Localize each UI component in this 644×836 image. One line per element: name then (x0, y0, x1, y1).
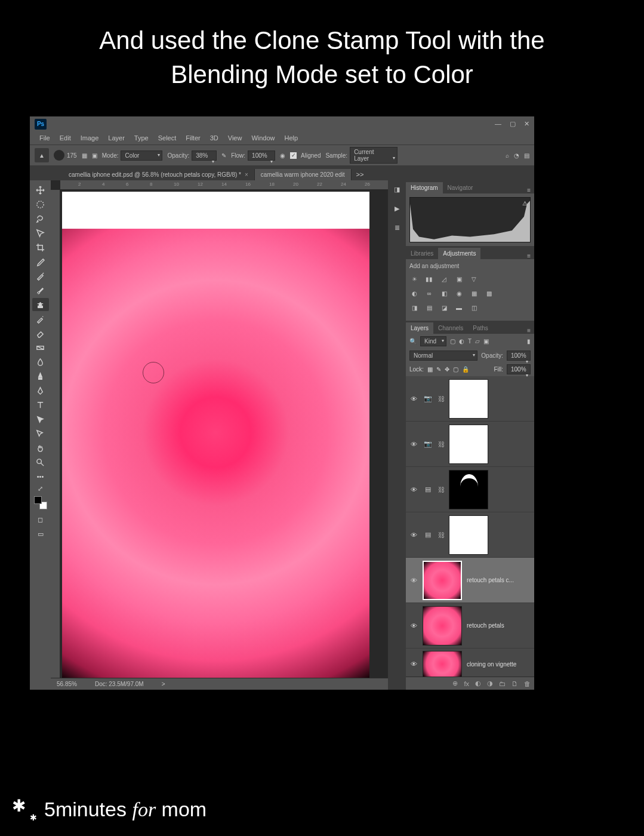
pressure-opacity-icon[interactable]: ✎ (221, 152, 226, 159)
filter-pixel-icon[interactable]: ▢ (450, 338, 455, 345)
menu-help[interactable]: Help (281, 133, 302, 143)
blend-mode-dropdown[interactable]: Normal (409, 351, 477, 361)
menu-select[interactable]: Select (155, 133, 180, 143)
menu-type[interactable]: Type (131, 133, 152, 143)
layer-thumbnail[interactable] (423, 606, 462, 646)
visibility-toggle[interactable]: 👁 (409, 395, 418, 402)
layer-name[interactable]: retouch petals c... (467, 577, 531, 583)
pen-tool[interactable] (32, 384, 49, 397)
gradient-map-icon[interactable]: ▬ (454, 303, 464, 312)
dodge-tool[interactable] (32, 370, 49, 383)
exposure-icon[interactable]: ▣ (454, 274, 464, 284)
add-mask-icon[interactable]: ◐ (475, 680, 481, 687)
fill-input[interactable]: 100% (507, 364, 531, 374)
marquee-tool[interactable] (32, 198, 49, 211)
visibility-toggle[interactable]: 👁 (409, 577, 418, 584)
eraser-tool[interactable] (32, 327, 49, 340)
edit-toolbar[interactable]: ••• (32, 470, 49, 483)
tablet-options-icon[interactable]: ▤ (524, 152, 529, 159)
zoom-level[interactable]: 56.85% (57, 681, 77, 687)
type-tool[interactable] (32, 398, 49, 411)
minimize-button[interactable]: — (495, 120, 501, 128)
swap-colors-icon[interactable]: ⤢ (32, 484, 49, 493)
adjustments-tab[interactable]: Adjustments (438, 248, 480, 259)
timeline-icon[interactable]: ≣ (392, 222, 402, 233)
layer-row-selected[interactable]: 👁 retouch petals c... (406, 558, 534, 603)
panel-menu-icon[interactable]: ≡ (523, 253, 534, 259)
ignore-adjustment-icon[interactable]: ⌕ (506, 152, 509, 159)
path-select-tool[interactable] (32, 413, 49, 426)
layer-name[interactable]: cloning on vignette (467, 661, 531, 668)
foreground-background-colors[interactable] (32, 494, 49, 512)
healing-brush-tool[interactable] (32, 269, 49, 282)
brush-preset[interactable]: 175 (54, 150, 77, 161)
fx-icon[interactable]: fx (464, 680, 469, 687)
invert-icon[interactable]: ◨ (409, 303, 419, 312)
layer-thumbnail[interactable] (449, 425, 488, 464)
histogram-warning-icon[interactable]: ⚠ (522, 200, 528, 207)
filter-toggle[interactable]: ▮ (527, 338, 531, 345)
visibility-toggle[interactable]: 👁 (409, 486, 418, 493)
visibility-toggle[interactable]: 👁 (409, 531, 418, 539)
brush-panel-toggle-icon[interactable]: ▦ (82, 152, 87, 159)
filter-smart-icon[interactable]: ▣ (483, 338, 489, 345)
layer-mask-thumbnail[interactable] (449, 515, 488, 555)
lock-artboard-icon[interactable]: ▢ (453, 366, 458, 373)
close-tab-icon[interactable]: × (245, 171, 248, 178)
mode-dropdown[interactable]: Color (121, 150, 162, 161)
layer-thumbnail[interactable] (423, 651, 462, 677)
libraries-tab[interactable]: Libraries (406, 248, 438, 259)
lock-paint-icon[interactable]: ✎ (436, 366, 441, 373)
filter-shape-icon[interactable]: ▱ (475, 338, 480, 345)
layer-row[interactable]: 👁 📷 ⛓ (406, 422, 534, 467)
close-button[interactable]: ✕ (524, 120, 529, 128)
curves-icon[interactable]: ◿ (439, 274, 449, 284)
opacity-input[interactable]: 38% (192, 150, 217, 161)
quick-mask-icon[interactable]: ◻ (32, 513, 49, 526)
history-brush-tool[interactable] (32, 312, 49, 325)
menu-edit[interactable]: Edit (56, 133, 75, 143)
menu-3d[interactable]: 3D (207, 133, 222, 143)
posterize-icon[interactable]: ▤ (424, 303, 434, 312)
panel-menu-icon[interactable]: ≡ (523, 327, 534, 334)
aligned-checkbox[interactable]: ✓Aligned (290, 152, 321, 159)
brightness-icon[interactable]: ☀ (409, 274, 419, 284)
filter-adjust-icon[interactable]: ◐ (459, 338, 464, 345)
pressure-size-icon[interactable]: ◔ (514, 152, 519, 159)
bw-icon[interactable]: ◧ (439, 288, 449, 298)
hue-icon[interactable]: ◐ (409, 288, 419, 298)
airbrush-icon[interactable]: ◉ (280, 152, 285, 159)
lookup-icon[interactable]: ▩ (484, 288, 494, 298)
layer-name[interactable]: retouch petals (467, 622, 531, 629)
flow-input[interactable]: 100% (248, 150, 275, 161)
document-tab-active[interactable]: camellia iphone edit.psd @ 56.8% (retouc… (63, 169, 255, 180)
color-balance-icon[interactable]: ∞ (424, 288, 434, 298)
layer-row[interactable]: 👁 ▤ ⛓ (406, 467, 534, 512)
layer-row[interactable]: 👁 retouch petals (406, 603, 534, 648)
layer-row[interactable]: 👁 ▤ ⛓ (406, 512, 534, 558)
delete-layer-icon[interactable]: 🗑 (524, 680, 531, 687)
quick-select-tool[interactable] (32, 226, 49, 239)
eyedropper-tool[interactable] (32, 255, 49, 268)
menu-window[interactable]: Window (248, 133, 278, 143)
visibility-toggle[interactable]: 👁 (409, 660, 418, 668)
new-group-icon[interactable]: 🗀 (499, 680, 506, 687)
maximize-button[interactable]: ▢ (510, 120, 516, 128)
channels-tab[interactable]: Channels (433, 322, 468, 334)
histogram-tab[interactable]: Histogram (406, 182, 443, 193)
layers-tab[interactable]: Layers (406, 322, 433, 334)
photo-filter-icon[interactable]: ◉ (454, 288, 464, 298)
layer-mask-thumbnail[interactable] (449, 470, 488, 509)
layer-row[interactable]: 👁 cloning on vignette (406, 648, 534, 677)
brush-tool[interactable] (32, 284, 49, 297)
panel-menu-icon[interactable]: ≡ (523, 187, 534, 193)
document-canvas[interactable] (60, 190, 388, 678)
lasso-tool[interactable] (32, 212, 49, 225)
filter-kind-dropdown[interactable]: Kind (420, 336, 446, 346)
zoom-tool[interactable] (32, 456, 49, 469)
shape-tool[interactable] (32, 427, 49, 440)
channel-mixer-icon[interactable]: ▦ (469, 288, 479, 298)
filter-type-icon[interactable]: T (468, 338, 472, 345)
hand-tool[interactable] (32, 441, 49, 454)
paths-tab[interactable]: Paths (468, 322, 493, 334)
